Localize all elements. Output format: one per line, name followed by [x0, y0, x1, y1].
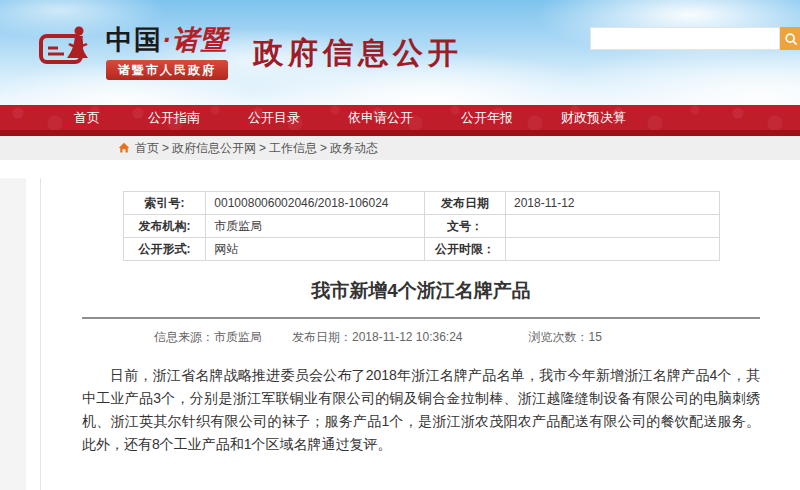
table-row: 索引号: 001008006002046/2018-106024 发布日期 20… — [123, 192, 719, 215]
info-date-value: 2018-11-12 10:36:24 — [352, 330, 463, 344]
meta-value-pubdate: 2018-11-12 — [506, 192, 720, 215]
table-row: 公开形式: 网站 公开时限： — [123, 238, 719, 261]
info-date: 发布日期：2018-11-12 10:36:24 — [292, 329, 463, 346]
search-button[interactable] — [780, 27, 800, 50]
info-views-value: 15 — [589, 330, 602, 344]
info-date-label: 发布日期： — [292, 330, 352, 344]
meta-label-agency: 发布机构: — [123, 215, 206, 238]
main-nav: 首页 公开指南 公开目录 依申请公开 公开年报 财政预决算 — [0, 105, 800, 130]
breadcrumb-gov-news[interactable]: 政务动态 — [330, 140, 378, 157]
logo-name: 中国·诸暨 — [106, 24, 228, 56]
article-info-line: 信息来源：市质监局 发布日期：2018-11-12 10:36:24 浏览次数：… — [82, 329, 760, 346]
content-wrapper: 索引号: 001008006002046/2018-106024 发布日期 20… — [26, 178, 800, 490]
nav-item-catalog[interactable]: 公开目录 — [224, 105, 324, 130]
logo-city: 诸暨 — [172, 25, 228, 55]
nav-item-guide[interactable]: 公开指南 — [124, 105, 224, 130]
meta-value-docno — [506, 215, 720, 238]
logo-country: 中国 — [106, 25, 162, 55]
meta-value-agency: 市质监局 — [206, 215, 425, 238]
zhuji-emblem-icon — [38, 24, 98, 74]
table-row: 发布机构: 市质监局 文号： — [123, 215, 719, 238]
breadcrumb-home[interactable]: 首页 — [135, 140, 159, 157]
nav-item-annual-report[interactable]: 公开年报 — [437, 105, 537, 130]
nav-item-fiscal[interactable]: 财政预决算 — [537, 105, 650, 130]
metadata-table: 索引号: 001008006002046/2018-106024 发布日期 20… — [123, 191, 720, 261]
breadcrumb-work-info[interactable]: 工作信息 — [269, 140, 317, 157]
meta-label-timelimit: 公开时限： — [425, 238, 506, 261]
meta-label-docno: 文号： — [425, 215, 506, 238]
nav-list: 首页 公开指南 公开目录 依申请公开 公开年报 财政预决算 — [0, 105, 800, 130]
meta-label-pubdate: 发布日期 — [425, 192, 506, 215]
site-header: 中国·诸暨 诸暨市人民政府 政府信息公开 — [0, 0, 800, 105]
meta-value-index: 001008006002046/2018-106024 — [206, 192, 425, 215]
breadcrumb-separator: > — [259, 141, 266, 155]
breadcrumb-separator: > — [320, 141, 327, 155]
main-area: 索引号: 001008006002046/2018-106024 发布日期 20… — [0, 178, 800, 490]
search-icon — [784, 32, 798, 46]
info-views-label: 浏览次数： — [529, 330, 589, 344]
logo-text: 中国·诸暨 诸暨市人民政府 — [106, 24, 228, 80]
site-logo[interactable]: 中国·诸暨 诸暨市人民政府 — [38, 24, 228, 80]
info-source-label: 信息来源： — [154, 330, 214, 344]
breadcrumb-separator: > — [162, 141, 169, 155]
info-views: 浏览次数：15 — [529, 329, 602, 346]
search-box — [590, 27, 800, 50]
info-source: 信息来源：市质监局 — [154, 329, 262, 346]
nav-item-home[interactable]: 首页 — [50, 105, 124, 130]
meta-value-timelimit — [506, 238, 720, 261]
nav-item-apply[interactable]: 依申请公开 — [324, 105, 437, 130]
breadcrumb: 首页 > 政府信息公开网 > 工作信息 > 政务动态 — [0, 136, 800, 160]
article-body: 日前，浙江省名牌战略推进委员会公布了2018年浙江名牌产品名单，我市今年新增浙江… — [82, 364, 760, 456]
meta-label-form: 公开形式: — [123, 238, 206, 261]
info-source-value: 市质监局 — [214, 330, 262, 344]
logo-ribbon: 诸暨市人民政府 — [106, 60, 228, 80]
article: 索引号: 001008006002046/2018-106024 发布日期 20… — [82, 191, 760, 490]
home-icon — [118, 142, 130, 154]
breadcrumb-gov-info[interactable]: 政府信息公开网 — [172, 140, 256, 157]
article-box: 索引号: 001008006002046/2018-106024 发布日期 20… — [40, 178, 800, 490]
title-divider — [82, 317, 760, 319]
logo-dot: · — [162, 25, 172, 55]
page-title: 政府信息公开 — [253, 33, 463, 74]
meta-value-form: 网站 — [206, 238, 425, 261]
article-title: 我市新增4个浙江名牌产品 — [82, 278, 760, 304]
search-input[interactable] — [590, 27, 780, 50]
meta-label-index: 索引号: — [123, 192, 206, 215]
